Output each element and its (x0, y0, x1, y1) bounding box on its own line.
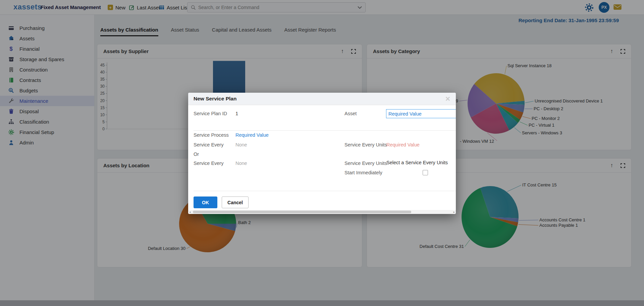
service-every-units-label: Service Every Units (344, 141, 387, 148)
cancel-button[interactable]: Cancel (222, 196, 249, 208)
start-immediately-checkbox[interactable] (423, 170, 428, 175)
service-every-units2-label: Service Every Units (344, 160, 387, 167)
service-every2-label: Service Every (194, 160, 223, 167)
start-immediately-label: Start Immediately (344, 169, 382, 176)
horizontal-scrollbar[interactable]: ◂ ▸ (188, 210, 456, 214)
service-every-label: Service Every (194, 141, 223, 148)
divider (194, 191, 456, 191)
asset-input[interactable] (386, 109, 456, 118)
service-every-units-required[interactable]: Required Value (386, 141, 420, 148)
asset-label: Asset (344, 110, 357, 117)
service-process-link[interactable]: Required Value (235, 131, 269, 139)
or-label: Or (194, 150, 199, 158)
service-plan-id-label: Service Plan ID (194, 110, 227, 117)
divider (194, 130, 456, 131)
service-process-label: Service Process (194, 131, 229, 139)
new-service-plan-dialog: New Service Plan ✕ Service Plan ID 1 Ass… (188, 93, 456, 214)
close-icon[interactable]: ✕ (445, 96, 450, 102)
dialog-title: New Service Plan (194, 96, 236, 102)
service-every-units2-select[interactable]: Select a Service Every Units (386, 159, 448, 166)
service-every-value[interactable]: None (235, 141, 247, 148)
service-plan-id-value: 1 (235, 110, 238, 117)
ok-button[interactable]: OK (194, 196, 217, 208)
service-every2-value[interactable]: None (235, 160, 247, 167)
scroll-right-icon[interactable]: ▸ (453, 210, 455, 214)
scrollbar-thumb[interactable] (193, 211, 411, 213)
scroll-left-icon[interactable]: ◂ (189, 210, 191, 214)
